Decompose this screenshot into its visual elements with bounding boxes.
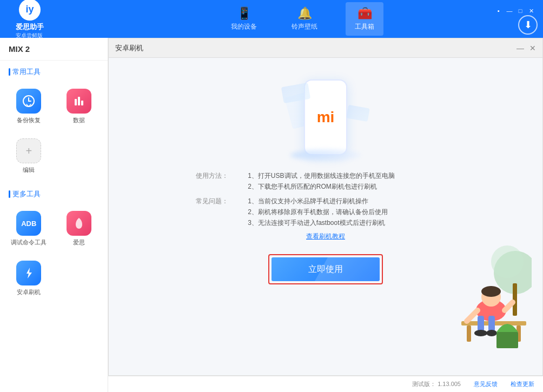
app-subtitle: 爱思助手 安卓尝鲜版 bbox=[16, 22, 44, 39]
sub-window-controls: — ✕ bbox=[516, 44, 536, 52]
faq-items: 1、当前仅支持小米品牌手机进行刷机操作 2、刷机将移除原有手机数据，请确认备份后… bbox=[248, 197, 455, 228]
content-area: 🔍 安卓刷机 — ✕ mi bbox=[108, 38, 543, 392]
sub-minimize-btn[interactable]: — bbox=[516, 44, 524, 52]
nav-ringtone[interactable]: 🔔 铃声壁纸 bbox=[285, 2, 324, 36]
nav-ringtone-label: 铃声壁纸 bbox=[292, 22, 317, 31]
svg-rect-3 bbox=[81, 101, 83, 105]
main-area: MIX 2 常用工具 备份恢复 数据 + 编辑 更多工具 bbox=[0, 38, 543, 392]
version-label: 测试版： 1.13.005 bbox=[412, 380, 461, 388]
sub-titlebar: 安卓刷机 — ✕ bbox=[109, 38, 542, 58]
backup-icon bbox=[16, 89, 41, 114]
nav-my-device-label: 我的设备 bbox=[231, 22, 257, 31]
phone-illustration: mi bbox=[282, 74, 369, 161]
feedback-link[interactable]: 意见反馈 bbox=[474, 380, 498, 388]
cta-outer-border: 立即使用 bbox=[268, 254, 383, 284]
update-link[interactable]: 检查更新 bbox=[511, 380, 534, 388]
usage-item-2: 2、下载您手机所匹配的ROM刷机包进行刷机 bbox=[248, 182, 455, 191]
status-bar: 测试版： 1.13.005 意见反馈 检查更新 bbox=[108, 376, 543, 392]
titlebar-close-btn[interactable]: ✕ bbox=[527, 6, 535, 15]
adb-label: 调试命令工具 bbox=[11, 238, 47, 247]
edit-label: 编辑 bbox=[23, 166, 35, 174]
sub-close-btn[interactable]: ✕ bbox=[529, 44, 536, 52]
aisi-label: 爱思 bbox=[73, 238, 85, 247]
usage-row: 使用方法： 1、打开USB调试，使用数据线连接您的手机至电脑 2、下载您手机所匹… bbox=[196, 171, 455, 197]
faq-item-1: 1、当前仅支持小米品牌手机进行刷机操作 bbox=[248, 197, 455, 206]
phone-brand-icon: mi bbox=[317, 109, 335, 126]
nav-toolbox-label: 工具箱 bbox=[355, 22, 374, 31]
common-tools-grid: 备份恢复 数据 + 编辑 bbox=[0, 80, 108, 183]
phone-shadow bbox=[290, 150, 361, 161]
tool-flash[interactable]: 安卓刷机 bbox=[5, 255, 52, 302]
more-tools-grid: ADB 调试命令工具 爱思 安卓刷机 bbox=[0, 202, 108, 305]
nav-items: 📱 我的设备 🔔 铃声壁纸 🧰 工具箱 bbox=[70, 2, 538, 36]
more-tools-title: 更多工具 bbox=[0, 183, 108, 202]
usage-item-1: 1、打开USB调试，使用数据线连接您的手机至电脑 bbox=[248, 171, 455, 181]
toolbox-icon: 🧰 bbox=[357, 6, 372, 21]
app-logo: iy bbox=[19, 0, 41, 21]
device-icon: 📱 bbox=[237, 6, 251, 21]
flash-icon bbox=[16, 261, 41, 285]
sub-content: mi 使用方法： 1、打开USB调试，使用数据线连接您的手机至电脑 bbox=[109, 58, 542, 375]
tool-aisi[interactable]: 爱思 bbox=[56, 205, 103, 252]
faq-label: 常见问题： bbox=[196, 197, 248, 228]
logo-area: iy 爱思助手 安卓尝鲜版 bbox=[5, 0, 54, 39]
svg-rect-2 bbox=[78, 97, 80, 105]
tool-data[interactable]: 数据 bbox=[56, 83, 103, 130]
deco-shape-2 bbox=[346, 105, 370, 122]
title-bar: iy 爱思助手 安卓尝鲜版 📱 我的设备 🔔 铃声壁纸 🧰 工具箱 ⬇ ▪ — … bbox=[0, 0, 543, 38]
adb-icon: ADB bbox=[16, 211, 41, 236]
faq-item-2: 2、刷机将移除原有手机数据，请确认备份后使用 bbox=[248, 208, 455, 217]
faq-item-3: 3、无法连接可手动进入fastboot模式后进行刷机 bbox=[248, 218, 455, 228]
titlebar-settings-btn[interactable]: ▪ bbox=[494, 6, 503, 15]
tutorial-link[interactable]: 查看刷机教程 bbox=[306, 232, 345, 241]
flash-label: 安卓刷机 bbox=[17, 288, 41, 296]
usage-label: 使用方法： bbox=[196, 171, 248, 197]
edit-icon: + bbox=[16, 138, 41, 163]
instructions-table: 使用方法： 1、打开USB调试，使用数据线连接您的手机至电脑 2、下载您手机所匹… bbox=[196, 171, 455, 228]
cta-button[interactable]: 立即使用 bbox=[272, 257, 380, 281]
sub-window: 安卓刷机 — ✕ mi bbox=[108, 38, 543, 376]
titlebar-minimize-btn[interactable]: — bbox=[505, 6, 514, 15]
device-name: MIX 2 bbox=[0, 38, 108, 61]
tool-edit[interactable]: + 编辑 bbox=[5, 133, 52, 180]
titlebar-maximize-btn[interactable]: □ bbox=[516, 6, 525, 15]
sidebar: MIX 2 常用工具 备份恢复 数据 + 编辑 更多工具 bbox=[0, 38, 108, 392]
titlebar-controls: ⬇ ▪ — □ ✕ bbox=[518, 4, 538, 35]
faq-row: 常见问题： 1、当前仅支持小米品牌手机进行刷机操作 2、刷机将移除原有手机数据，… bbox=[196, 197, 455, 228]
tool-adb[interactable]: ADB 调试命令工具 bbox=[5, 205, 52, 252]
download-button[interactable]: ⬇ bbox=[518, 15, 538, 35]
ringtone-icon: 🔔 bbox=[297, 6, 312, 21]
usage-items: 1、打开USB调试，使用数据线连接您的手机至电脑 2、下载您手机所匹配的ROM刷… bbox=[248, 171, 455, 197]
tool-backup[interactable]: 备份恢复 bbox=[5, 83, 52, 130]
data-label: 数据 bbox=[73, 116, 85, 124]
cta-section: 立即使用 bbox=[268, 254, 383, 284]
svg-rect-1 bbox=[75, 99, 77, 105]
common-tools-title: 常用工具 bbox=[0, 61, 108, 80]
instructions: 使用方法： 1、打开USB调试，使用数据线连接您的手机至电脑 2、下载您手机所匹… bbox=[196, 171, 455, 228]
sub-window-title: 安卓刷机 bbox=[115, 43, 143, 53]
backup-label: 备份恢复 bbox=[17, 116, 41, 124]
data-icon bbox=[67, 89, 91, 114]
nav-my-device[interactable]: 📱 我的设备 bbox=[224, 2, 263, 36]
phone-body: mi bbox=[304, 79, 347, 155]
aisi-icon bbox=[67, 211, 91, 236]
nav-toolbox[interactable]: 🧰 工具箱 bbox=[346, 2, 383, 36]
